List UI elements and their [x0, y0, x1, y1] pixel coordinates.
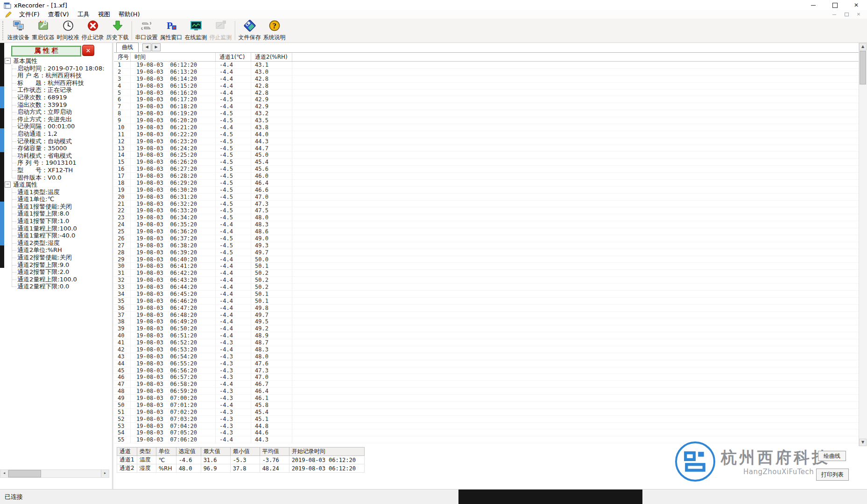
menu-item-4[interactable]: 帮助(H): [114, 10, 144, 19]
scroll-left-button[interactable]: ◂: [0, 470, 8, 477]
scroll-right-button[interactable]: ▸: [101, 470, 109, 477]
table-row[interactable]: 2719-08-03 06:38:20-4.549.3: [114, 242, 859, 249]
menu-item-2[interactable]: 工具: [73, 10, 94, 19]
scrollbar-thumb[interactable]: [8, 470, 41, 477]
tree-section-0[interactable]: −基本属性: [5, 57, 112, 65]
table-row[interactable]: 5119-08-03 07:02:20-4.345.4: [114, 409, 859, 416]
table-row[interactable]: 4319-08-03 06:54:20-4.348.0: [114, 353, 859, 360]
scroll-up-button[interactable]: ▲: [859, 43, 867, 50]
print-list-button[interactable]: 打印列表: [816, 469, 849, 481]
tree-item[interactable]: 通道1报警下限:1.0: [17, 217, 112, 225]
tree-item[interactable]: 通道1量程上限:100.0: [17, 225, 112, 232]
scrollbar-track[interactable]: [41, 470, 101, 477]
toolbar-button-history-download[interactable]: 历史下载: [105, 19, 130, 42]
table-row[interactable]: 1019-08-03 06:21:20-4.443.8: [114, 124, 859, 131]
table-row[interactable]: 4019-08-03 06:51:20-4.448.9: [114, 332, 859, 339]
table-row[interactable]: 4119-08-03 06:52:20-4.348.7: [114, 339, 859, 346]
tree-item[interactable]: 记录模式：自动模式: [17, 138, 112, 145]
toolbar-button-file-save[interactable]: 文件保存: [237, 19, 262, 42]
panel-close-button[interactable]: ✕: [82, 45, 94, 56]
table-row[interactable]: 1719-08-03 06:28:20-4.546.0: [114, 173, 859, 180]
plot-curve-button[interactable]: 绘曲线: [818, 451, 846, 461]
tree-item[interactable]: 通道2类型:湿度: [17, 239, 112, 247]
panel-horizontal-scrollbar[interactable]: ◂ ▸: [0, 469, 109, 478]
tree-item[interactable]: 通道1量程下限:-40.0: [17, 232, 112, 239]
table-row[interactable]: 1519-08-03 06:26:20-4.545.4: [114, 159, 859, 166]
table-row[interactable]: 3319-08-03 06:44:20-4.450.2: [114, 284, 859, 291]
table-row[interactable]: 4819-08-03 06:59:20-4.346.4: [114, 388, 859, 395]
tree-section-1[interactable]: −通道属性: [5, 181, 112, 189]
table-row[interactable]: 819-08-03 06:19:20-4.543.2: [114, 110, 859, 117]
table-vertical-scrollbar[interactable]: ▲ ▼: [859, 43, 867, 446]
tree-item[interactable]: 停止方式：先进先出: [17, 116, 112, 123]
tree-item[interactable]: 固件版本：V0.0: [17, 174, 112, 182]
toolbar-button-time-calibrate[interactable]: 时间校准: [56, 19, 80, 42]
table-row[interactable]: 4919-08-03 07:00:20-4.346.1: [114, 395, 859, 402]
collapse-icon[interactable]: −: [5, 182, 11, 188]
tab-scroll-left-button[interactable]: ◀: [142, 43, 151, 51]
table-row[interactable]: 3219-08-03 06:43:20-4.450.2: [114, 277, 859, 284]
tree-item[interactable]: 溢出次数：33919: [17, 101, 112, 109]
tab-scroll-right-button[interactable]: ▶: [152, 43, 161, 51]
table-row[interactable]: 1119-08-03 06:22:20-4.544.0: [114, 131, 859, 138]
table-row[interactable]: 2119-08-03 06:32:20-4.547.3: [114, 201, 859, 208]
table-row[interactable]: 5019-08-03 07:01:20-4.445.8: [114, 402, 859, 409]
table-row[interactable]: 3619-08-03 06:47:20-4.449.8: [114, 305, 859, 312]
menu-item-1[interactable]: 查看(V): [44, 10, 73, 19]
table-row[interactable]: 4519-08-03 06:56:20-4.347.3: [114, 367, 859, 374]
table-row[interactable]: 419-08-03 06:15:20-4.442.8: [114, 83, 859, 90]
toolbar-button-system-help[interactable]: ?系统说明: [262, 19, 287, 42]
menu-item-0[interactable]: 文件(F): [15, 10, 44, 19]
tree-item[interactable]: 存储容量：35000: [17, 145, 112, 152]
tree-item[interactable]: 启动方式：立即启动: [17, 108, 112, 116]
table-row[interactable]: 4219-08-03 06:53:20-4.448.3: [114, 346, 859, 353]
tree-item[interactable]: 标 题：杭州西府科技: [17, 79, 112, 87]
table-row[interactable]: 1819-08-03 06:29:20-4.546.4: [114, 180, 859, 187]
tree-item[interactable]: 功耗模式：省电模式: [17, 152, 112, 160]
table-row[interactable]: 4719-08-03 06:58:20-4.446.7: [114, 381, 859, 388]
toolbar-button-serial-settings[interactable]: 串口设置: [134, 19, 159, 42]
tree-item[interactable]: 序 列 号：19013101: [17, 159, 112, 167]
toolbar-button-property-window[interactable]: P属性窗口: [159, 19, 183, 42]
mdi-close-button[interactable]: ✕: [855, 11, 862, 18]
table-row[interactable]: 719-08-03 06:18:20-4.442.9: [114, 103, 859, 110]
table-row[interactable]: 2519-08-03 06:36:20-4.448.6: [114, 228, 859, 235]
tree-item[interactable]: 通道1报警使能:关闭: [17, 203, 112, 210]
scroll-down-button[interactable]: ▼: [859, 439, 867, 446]
table-row[interactable]: 1319-08-03 06:24:20-4.544.7: [114, 145, 859, 152]
table-row[interactable]: 3719-08-03 06:48:20-4.449.7: [114, 312, 859, 319]
tree-item[interactable]: 用 户 名：杭州西府科技: [17, 72, 112, 79]
table-row[interactable]: 219-08-03 06:13:20-4.443.0: [114, 69, 859, 76]
toolbar-button-online-monitor[interactable]: 在线监测: [183, 19, 208, 42]
tree-item[interactable]: 通道2报警上限:9.0: [17, 261, 112, 269]
tree-item[interactable]: 通道1类型:温度: [17, 189, 112, 196]
table-row[interactable]: 3519-08-03 06:46:20-4.450.1: [114, 298, 859, 305]
table-row[interactable]: 3119-08-03 06:42:20-4.450.2: [114, 270, 859, 277]
panel-vertical-scrollbar[interactable]: [0, 43, 4, 268]
tree-item[interactable]: 通道1单位:℃: [17, 196, 112, 203]
toolbar-button-stop-record[interactable]: 停止记录: [80, 19, 105, 42]
table-row[interactable]: 4419-08-03 06:55:20-4.347.6: [114, 360, 859, 367]
tree-item[interactable]: 通道2量程下限:0.0: [17, 283, 112, 290]
tree-item[interactable]: 启动时间：2019-07-10 18:08:: [17, 65, 112, 72]
menu-item-3[interactable]: 视图: [94, 10, 114, 19]
tree-item[interactable]: 通道2报警下限:2.0: [17, 268, 112, 276]
collapse-icon[interactable]: −: [5, 58, 11, 64]
table-row[interactable]: 2819-08-03 06:39:20-4.549.7: [114, 249, 859, 256]
table-row[interactable]: 119-08-03 06:12:20-4.443.1: [114, 62, 859, 69]
tree-item[interactable]: 通道2量程上限:100.0: [17, 276, 112, 283]
table-row[interactable]: 2919-08-03 06:40:20-4.450.0: [114, 256, 859, 263]
tree-item[interactable]: 通道1报警上限:8.0: [17, 210, 112, 217]
table-row[interactable]: 319-08-03 06:14:20-4.442.8: [114, 76, 859, 83]
table-row[interactable]: 1219-08-03 06:23:20-4.544.3: [114, 138, 859, 145]
toolbar-button-connect-device[interactable]: 连接设备: [6, 19, 31, 42]
table-row[interactable]: 2219-08-03 06:33:20-4.547.5: [114, 207, 859, 214]
tree-item[interactable]: 工作状态：正在记录: [17, 86, 112, 94]
table-row[interactable]: 2019-08-03 06:31:20-4.547.0: [114, 194, 859, 201]
table-row[interactable]: 2319-08-03 06:34:20-4.548.0: [114, 214, 859, 221]
table-row[interactable]: 5319-08-03 07:04:20-4.344.8: [114, 423, 859, 430]
scrollbar-thumb[interactable]: [860, 51, 866, 84]
table-row[interactable]: 1419-08-03 06:25:20-4.545.0: [114, 152, 859, 159]
close-button[interactable]: ✕: [846, 0, 867, 10]
table-row[interactable]: 2619-08-03 06:37:20-4.549.0: [114, 235, 859, 242]
